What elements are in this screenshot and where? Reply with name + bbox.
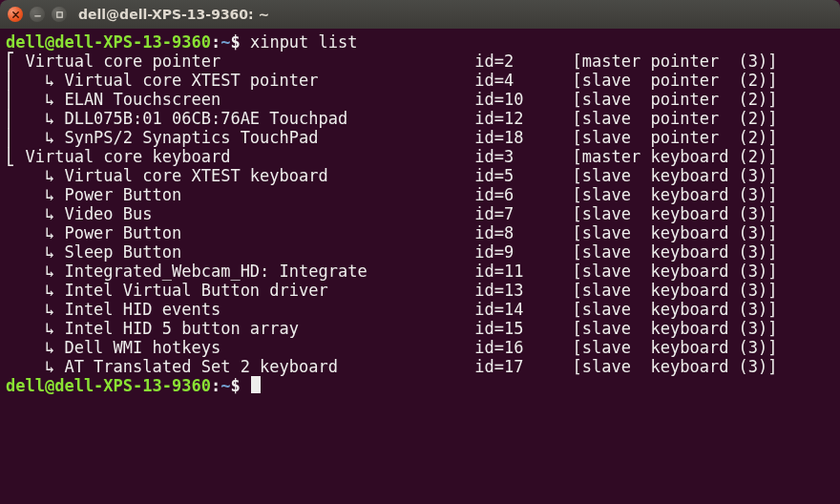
terminal-window: dell@dell-XPS-13-9360: ~ dell@dell-XPS-1… bbox=[0, 0, 840, 504]
prompt-sigil: $ bbox=[230, 376, 249, 395]
minimize-icon bbox=[33, 10, 42, 19]
device-row: ⎜ ↳ SynPS/2 Synaptics TouchPad id=18 [sl… bbox=[6, 128, 834, 147]
cursor bbox=[251, 376, 261, 393]
prompt-user-host: dell@dell-XPS-13-9360 bbox=[6, 376, 211, 395]
prompt-line: dell@dell-XPS-13-9360:~$ bbox=[6, 376, 834, 395]
device-row: ↳ Sleep Button id=9 [slave keyboard (3)] bbox=[6, 242, 834, 262]
device-row: ↳ Intel HID events id=14 [slave keyboard… bbox=[6, 300, 834, 319]
device-row: ⎜ ↳ ELAN Touchscreen id=10 [slave pointe… bbox=[6, 90, 834, 109]
minimize-button[interactable] bbox=[30, 7, 45, 22]
device-row: ↳ Integrated_Webcam_HD: Integrate id=11 … bbox=[6, 262, 834, 281]
device-group-header: ⎡ Virtual core pointer id=2 [master poin… bbox=[6, 52, 834, 71]
device-row: ⎜ ↳ DLL075B:01 06CB:76AE Touchpad id=12 … bbox=[6, 109, 834, 128]
device-row: ↳ Power Button id=8 [slave keyboard (3)] bbox=[6, 223, 834, 242]
command-text: xinput list bbox=[250, 32, 358, 52]
prompt-sigil: $ bbox=[230, 32, 249, 52]
prompt-sep: : bbox=[211, 376, 220, 395]
device-group-header: ⎣ Virtual core keyboard id=3 [master key… bbox=[6, 147, 834, 166]
prompt-line: dell@dell-XPS-13-9360:~$ xinput list bbox=[6, 32, 834, 52]
device-row: ↳ Power Button id=6 [slave keyboard (3)] bbox=[6, 185, 834, 204]
close-button[interactable] bbox=[8, 7, 23, 22]
close-icon bbox=[11, 10, 20, 19]
device-row: ↳ Intel HID 5 button array id=15 [slave … bbox=[6, 319, 834, 338]
device-row: ↳ Dell WMI hotkeys id=16 [slave keyboard… bbox=[6, 338, 834, 357]
device-row: ↳ Intel Virtual Button driver id=13 [sla… bbox=[6, 281, 834, 300]
titlebar[interactable]: dell@dell-XPS-13-9360: ~ bbox=[0, 0, 840, 29]
svg-rect-0 bbox=[56, 11, 61, 16]
maximize-icon bbox=[55, 10, 64, 19]
window-controls bbox=[8, 7, 67, 22]
maximize-button[interactable] bbox=[52, 7, 67, 22]
device-row: ⎜ ↳ Virtual core XTEST pointer id=4 [sla… bbox=[6, 71, 834, 90]
prompt-sep: : bbox=[211, 32, 220, 52]
device-row: ↳ Virtual core XTEST keyboard id=5 [slav… bbox=[6, 166, 834, 185]
terminal-body[interactable]: dell@dell-XPS-13-9360:~$ xinput list⎡ Vi… bbox=[0, 29, 840, 504]
window-title: dell@dell-XPS-13-9360: ~ bbox=[78, 7, 269, 22]
device-row: ↳ Video Bus id=7 [slave keyboard (3)] bbox=[6, 204, 834, 223]
prompt-path: ~ bbox=[220, 376, 230, 395]
prompt-user-host: dell@dell-XPS-13-9360 bbox=[6, 32, 211, 52]
prompt-path: ~ bbox=[220, 32, 230, 52]
device-row: ↳ AT Translated Set 2 keyboard id=17 [sl… bbox=[6, 357, 834, 376]
